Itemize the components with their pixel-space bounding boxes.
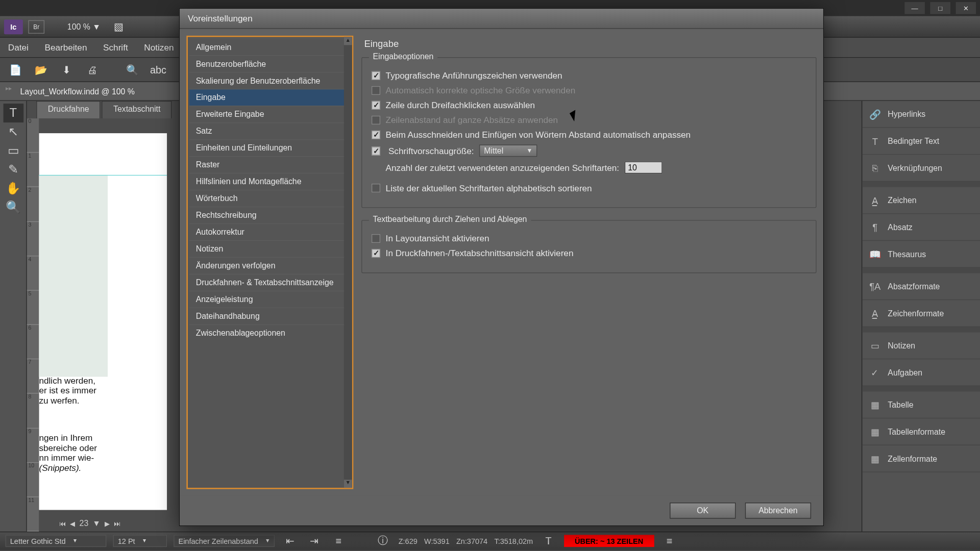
- category-item[interactable]: Wörterbuch: [189, 190, 351, 207]
- menu-notes[interactable]: Notizen: [136, 42, 182, 53]
- status-menu-icon[interactable]: ≡: [660, 533, 678, 548]
- category-item[interactable]: Raster: [189, 156, 351, 173]
- panel-label: Bedingter Text: [888, 136, 939, 145]
- category-item[interactable]: Dateihandhabung: [189, 308, 351, 324]
- overset-icon[interactable]: T: [540, 533, 557, 548]
- dnd-layout-label: In Layoutansicht aktivieren: [386, 234, 489, 244]
- info-icon[interactable]: ⓘ: [374, 533, 391, 548]
- bridge-button[interactable]: Br: [28, 20, 44, 33]
- category-scrollbar[interactable]: ▲ ▼: [344, 37, 352, 488]
- open-icon[interactable]: 📂: [32, 62, 50, 77]
- page-dropdown-icon[interactable]: ▼: [92, 519, 101, 528]
- panel-button[interactable]: ▭Notizen: [862, 332, 980, 359]
- next-page-button[interactable]: ▶: [105, 520, 110, 528]
- page-number-field[interactable]: 23: [80, 519, 89, 528]
- tab-galley[interactable]: Druckfahne: [36, 101, 101, 118]
- leading-select[interactable]: Einfacher Zeilenabstand▼: [174, 535, 275, 547]
- menu-icon[interactable]: ≡: [330, 533, 347, 548]
- first-page-button[interactable]: ⏮: [59, 520, 66, 528]
- tab-story[interactable]: Textabschnitt: [102, 101, 172, 118]
- alpha-sort-checkbox[interactable]: [372, 184, 380, 192]
- typographic-quotes-checkbox[interactable]: [372, 71, 380, 80]
- input-options-group: Eingabeoptionen Typografische Anführungs…: [361, 57, 816, 208]
- window-close-button[interactable]: ✕: [956, 2, 976, 14]
- cancel-button[interactable]: Abbrechen: [745, 503, 811, 519]
- font-preview-size-select[interactable]: Mittel▼: [479, 145, 537, 157]
- category-item[interactable]: Satz: [189, 122, 351, 139]
- selection-tool[interactable]: ↖: [3, 122, 23, 141]
- font-size-select[interactable]: 12 Pt▼: [113, 535, 167, 547]
- ruler-tick: 11: [27, 497, 39, 531]
- scroll-down-icon[interactable]: ▼: [344, 480, 352, 488]
- panel-button[interactable]: 🔗Hyperlinks: [862, 101, 980, 128]
- cut-paste-spacing-checkbox[interactable]: [372, 131, 380, 139]
- panel-button[interactable]: A̲Zeichenformate: [862, 300, 980, 327]
- print-icon[interactable]: 🖨: [84, 62, 101, 77]
- category-item[interactable]: Hilfslinien und Montagefläche: [189, 173, 351, 190]
- prev-page-button[interactable]: ◀: [70, 520, 76, 528]
- zoom-tool[interactable]: 🔍: [3, 198, 23, 217]
- category-item[interactable]: Druckfahnen- & Textabschnittsanzeige: [189, 274, 351, 291]
- panel-button[interactable]: ✓Aufgaben: [862, 359, 980, 386]
- category-item[interactable]: Anzeigeleistung: [189, 291, 351, 308]
- screen-mode-icon[interactable]: ▧: [110, 19, 127, 34]
- last-page-button[interactable]: ⏭: [114, 520, 120, 528]
- dnd-layout-checkbox[interactable]: [372, 234, 380, 243]
- panel-button[interactable]: ⎘Verknüpfungen: [862, 155, 980, 182]
- scroll-up-icon[interactable]: ▲: [344, 37, 352, 45]
- category-item[interactable]: Einheiten und Einteilungen: [189, 139, 351, 156]
- panel-icon: ▦: [869, 426, 881, 437]
- window-minimize-button[interactable]: —: [904, 2, 925, 14]
- category-item[interactable]: Zwischenablageoptionen: [189, 324, 351, 341]
- font-family-select[interactable]: Letter Gothic Std▼: [6, 535, 107, 547]
- ruler-tick: 9: [27, 428, 39, 462]
- save-icon[interactable]: ⬇: [58, 62, 75, 77]
- category-item[interactable]: Notizen: [189, 240, 351, 257]
- ok-button[interactable]: OK: [670, 503, 736, 519]
- panel-button[interactable]: ¶Absatz: [862, 214, 980, 241]
- panel-button[interactable]: A̲Zeichen: [862, 187, 980, 214]
- menu-font[interactable]: Schrift: [95, 42, 136, 53]
- category-item[interactable]: Autokorrektur: [189, 223, 351, 240]
- indent-left-icon[interactable]: ⇤: [281, 533, 299, 548]
- panel-button[interactable]: ¶AAbsatzformate: [862, 273, 980, 300]
- panel-button[interactable]: 📖Thesaurus: [862, 241, 980, 268]
- category-item[interactable]: Allgemein: [189, 38, 351, 55]
- triple-click-checkbox[interactable]: [372, 101, 380, 110]
- recent-fonts-input[interactable]: [625, 161, 663, 173]
- spellcheck-icon[interactable]: abc: [150, 62, 167, 77]
- category-item[interactable]: Änderungen verfolgen: [189, 257, 351, 274]
- leading-paragraph-checkbox[interactable]: [372, 116, 380, 124]
- category-item[interactable]: Erweiterte Eingabe: [189, 106, 351, 122]
- search-icon[interactable]: 🔍: [124, 62, 141, 77]
- category-item[interactable]: Skalierung der Benutzeroberfläche: [189, 72, 351, 89]
- menu-edit[interactable]: Bearbeiten: [37, 42, 95, 53]
- note-tool[interactable]: ▭: [3, 141, 23, 160]
- dnd-story-checkbox[interactable]: [372, 249, 380, 258]
- menu-file[interactable]: Datei: [0, 42, 37, 53]
- ruler-tick: 1: [27, 153, 39, 187]
- optical-size-checkbox[interactable]: [372, 86, 380, 95]
- hand-tool[interactable]: ✋: [3, 179, 23, 198]
- panel-button[interactable]: ▦Tabellenformate: [862, 418, 980, 445]
- ruler-tick: 6: [27, 325, 39, 359]
- type-tool[interactable]: T: [3, 104, 23, 122]
- category-item[interactable]: Benutzeroberfläche: [189, 55, 351, 72]
- page-navigator: ⏮ ◀ 23 ▼ ▶ ⏭: [59, 517, 120, 530]
- zoom-level[interactable]: 100 % ▼: [63, 20, 105, 33]
- panel-label: Tabelle: [888, 400, 913, 409]
- new-doc-icon[interactable]: 📄: [7, 62, 24, 77]
- tab-expand-icon[interactable]: ▸▸: [6, 86, 12, 90]
- font-preview-checkbox[interactable]: [372, 146, 380, 155]
- panel-button[interactable]: ▦Tabelle: [862, 391, 980, 418]
- indent-right-icon[interactable]: ⇥: [306, 533, 323, 548]
- ruler-tick: 10: [27, 463, 39, 497]
- category-item[interactable]: Rechtschreibung: [189, 207, 351, 223]
- panel-button[interactable]: TBedingter Text: [862, 128, 980, 155]
- panel-button[interactable]: ▦Zellenformate: [862, 445, 980, 472]
- category-list: AllgemeinBenutzeroberflächeSkalierung de…: [186, 36, 353, 489]
- eyedropper-tool[interactable]: ✎: [3, 160, 23, 179]
- window-restore-button[interactable]: □: [930, 2, 950, 14]
- panel-label: Absatz: [888, 222, 912, 232]
- category-item[interactable]: Eingabe: [189, 89, 351, 106]
